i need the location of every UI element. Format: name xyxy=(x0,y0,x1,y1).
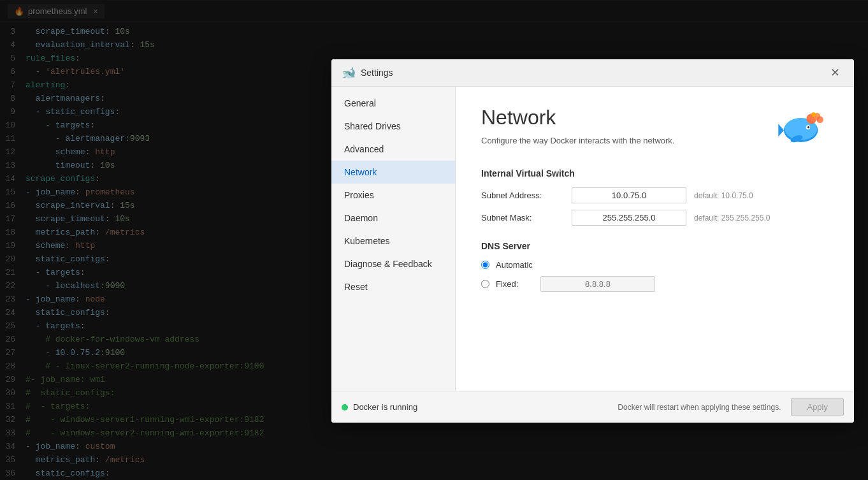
automatic-label[interactable]: Automatic xyxy=(496,260,534,270)
docker-status-text: Docker is running xyxy=(353,402,417,412)
sidebar-item-advanced[interactable]: Advanced xyxy=(331,138,455,161)
automatic-radio-row: Automatic xyxy=(481,260,828,270)
status-dot-green xyxy=(342,404,348,411)
sidebar-item-shared-drives[interactable]: Shared Drives xyxy=(331,115,455,138)
internal-virtual-switch-section: Internal Virtual Switch Subnet Address: … xyxy=(481,168,828,226)
fixed-radio[interactable] xyxy=(481,280,489,288)
docker-status: Docker is running xyxy=(342,402,417,412)
ivs-section-title: Internal Virtual Switch xyxy=(481,168,828,178)
modal-footer: Docker is running Docker will restart wh… xyxy=(331,391,854,423)
fixed-radio-row: Fixed: xyxy=(481,276,828,292)
sidebar-item-daemon[interactable]: Daemon xyxy=(331,207,455,229)
subnet-mask-row: Subnet Mask: default: 255.255.255.0 xyxy=(481,210,828,226)
subnet-address-row: Subnet Address: default: 10.0.75.0 xyxy=(481,187,828,203)
subnet-address-label: Subnet Address: xyxy=(481,191,564,200)
sidebar-item-kubernetes[interactable]: Kubernetes xyxy=(331,229,455,252)
subnet-address-input[interactable] xyxy=(572,187,686,203)
docker-icon: 🐋 xyxy=(342,66,356,80)
network-subtitle: Configure the way Docker interacts with … xyxy=(481,135,674,147)
subnet-mask-default: default: 255.255.255.0 xyxy=(694,214,770,222)
subnet-mask-label: Subnet Mask: xyxy=(481,213,564,222)
footer-right: Docker will restart when applying these … xyxy=(618,398,844,416)
sidebar-item-diagnose[interactable]: Diagnose & Feedback xyxy=(331,252,455,275)
dns-section-title: DNS Server xyxy=(481,241,828,251)
modal-body: GeneralShared DrivesAdvancedNetworkProxi… xyxy=(331,87,854,391)
settings-modal: 🐋 Settings ✕ GeneralShared DrivesAdvance… xyxy=(331,59,854,423)
svg-point-4 xyxy=(807,126,809,128)
dns-radio-group: Automatic Fixed: xyxy=(481,260,828,292)
automatic-radio[interactable] xyxy=(481,261,489,269)
sidebar-item-general[interactable]: General xyxy=(331,92,455,115)
sidebar-item-reset[interactable]: Reset xyxy=(331,275,455,298)
settings-content: Network Configure the way Docker interac… xyxy=(456,87,854,391)
modal-title: 🐋 Settings xyxy=(342,66,393,80)
modal-header: 🐋 Settings ✕ xyxy=(331,59,854,87)
subnet-mask-input[interactable] xyxy=(572,210,686,226)
subnet-address-default: default: 10.0.75.0 xyxy=(694,191,753,200)
content-header: Network Configure the way Docker interac… xyxy=(481,106,828,150)
fixed-label[interactable]: Fixed: xyxy=(496,279,534,289)
svg-point-8 xyxy=(811,112,816,117)
svg-point-9 xyxy=(816,116,823,123)
settings-title-label: Settings xyxy=(361,68,393,78)
dns-server-section: DNS Server Automatic Fixed: xyxy=(481,241,828,292)
settings-overlay: 🐋 Settings ✕ GeneralShared DrivesAdvance… xyxy=(0,0,868,480)
whale-logo xyxy=(778,106,828,150)
sidebar-item-network[interactable]: Network xyxy=(331,161,455,184)
content-title-group: Network Configure the way Docker interac… xyxy=(481,106,674,147)
fixed-dns-input[interactable] xyxy=(540,276,655,292)
network-title: Network xyxy=(481,106,674,129)
restart-notice: Docker will restart when applying these … xyxy=(618,403,781,412)
modal-close-button[interactable]: ✕ xyxy=(827,64,844,81)
settings-sidebar: GeneralShared DrivesAdvancedNetworkProxi… xyxy=(331,87,456,391)
sidebar-item-proxies[interactable]: Proxies xyxy=(331,184,455,207)
svg-marker-2 xyxy=(778,124,784,136)
apply-button[interactable]: Apply xyxy=(791,398,844,416)
